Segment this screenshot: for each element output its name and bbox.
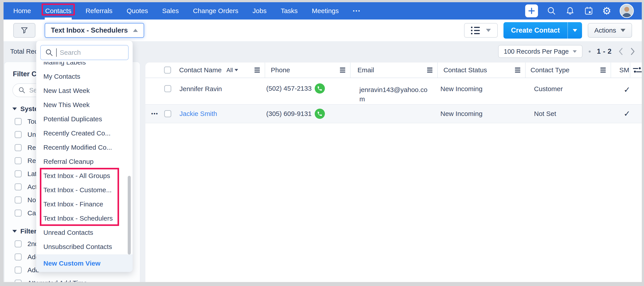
create-contact-button[interactable]: Create Contact (504, 22, 568, 39)
checkbox[interactable] (14, 196, 22, 204)
view-list: Mailing Labels My Contacts New Last Week… (36, 62, 128, 254)
column-header-contact-type[interactable]: Contact Type (526, 63, 611, 78)
new-custom-view-link[interactable]: New Custom View (44, 260, 100, 267)
name-filter-dropdown[interactable]: All (226, 67, 238, 74)
column-menu-icon[interactable] (254, 68, 260, 72)
select-all-cell (164, 63, 177, 78)
nav-item-contacts[interactable]: Contacts (45, 7, 71, 15)
view-option[interactable]: New Last Week (36, 84, 128, 98)
checkbox[interactable] (14, 266, 22, 273)
row-checkbox[interactable] (164, 110, 171, 117)
view-search-input[interactable] (60, 49, 126, 56)
spacer-cell (635, 78, 642, 104)
actions-button[interactable]: Actions (588, 23, 632, 38)
checkbox[interactable] (14, 253, 22, 260)
view-option[interactable]: New This Week (36, 98, 128, 112)
record-range-label: 1 - 2 (597, 47, 612, 55)
search-icon (45, 49, 53, 57)
view-option[interactable]: Potential Duplicates (36, 112, 128, 126)
next-page-button[interactable] (630, 47, 636, 56)
select-all-checkbox[interactable] (164, 67, 171, 74)
nav-item-referrals[interactable]: Referrals (86, 7, 112, 15)
view-option[interactable]: Unsubscribed Contacts (36, 240, 128, 254)
row-menu-gutter (146, 63, 164, 78)
collapse-arrow-icon (12, 230, 17, 233)
column-menu-icon[interactable] (427, 68, 432, 72)
calendar-icon (584, 6, 594, 16)
chevron-down-icon (620, 29, 626, 32)
calendar-button[interactable] (584, 6, 594, 16)
table-row[interactable]: Jennifer Ravin (502) 457-2133 jenravin14… (146, 78, 642, 105)
view-option[interactable]: Text Inbox - Finance (36, 197, 128, 211)
phone-number: (502) 457-2133 (266, 85, 312, 92)
phone-cell: (305) 609-9131 (266, 105, 352, 123)
contacts-table: Contact Name All Phone Email Contact Sta… (146, 63, 642, 282)
column-header-contact-status[interactable]: Contact Status (438, 63, 526, 78)
nav-item-sales[interactable]: Sales (162, 7, 179, 15)
list-view-selector[interactable] (464, 23, 498, 38)
call-button[interactable] (315, 83, 325, 94)
view-option[interactable]: Text Inbox - All Groups (36, 169, 128, 183)
view-option[interactable]: Referral Cleanup (36, 155, 128, 169)
filter-icon (20, 26, 28, 34)
quick-create-button[interactable] (525, 5, 538, 17)
create-contact-menu-button[interactable] (568, 22, 582, 39)
contact-name-cell: Jackie Smith (178, 105, 266, 123)
column-header-phone[interactable]: Phone (265, 63, 350, 78)
spacer-cell (635, 105, 642, 123)
contact-type-cell: Not Set (529, 105, 616, 123)
nav-item-meetings[interactable]: Meetings (312, 7, 339, 15)
view-option[interactable]: Unread Contacts (36, 225, 128, 240)
checkbox[interactable] (14, 144, 22, 151)
checkbox[interactable] (14, 118, 22, 125)
column-label: Contact Name (179, 66, 222, 74)
settings-button[interactable]: ⚙ (602, 6, 611, 16)
call-button[interactable] (315, 109, 325, 119)
column-menu-icon[interactable] (515, 68, 520, 72)
column-menu-icon[interactable] (600, 68, 606, 72)
view-option[interactable]: Text Inbox - Schedulers (36, 211, 128, 225)
column-header-sms[interactable]: SM (611, 63, 630, 78)
manage-columns-icon[interactable] (633, 67, 642, 73)
table-row[interactable]: ••• Jackie Smith (305) 609-9131 New Inco… (146, 105, 642, 123)
checkbox[interactable] (14, 240, 22, 247)
records-per-page-dropdown[interactable]: 100 Records Per Page (498, 45, 582, 58)
nav-item-change-orders[interactable]: Change Orders (193, 7, 238, 15)
nav-more-button[interactable]: ••• (353, 9, 361, 14)
nav-item-quotes[interactable]: Quotes (126, 7, 148, 15)
row-menu-button[interactable]: ••• (151, 111, 158, 117)
previous-page-button[interactable] (618, 47, 624, 56)
checkbox[interactable] (14, 279, 22, 282)
nav-item-home[interactable]: Home (13, 7, 31, 15)
list-view-icon (471, 27, 480, 34)
notifications-button[interactable] (565, 6, 575, 16)
row-checkbox[interactable] (164, 85, 171, 92)
phone-cell: (502) 457-2133 (266, 78, 352, 104)
view-option[interactable]: Recently Modified Co... (36, 140, 128, 155)
checkbox[interactable] (14, 210, 22, 217)
column-header-email[interactable]: Email (350, 63, 438, 78)
checkbox[interactable] (14, 170, 22, 177)
contact-name[interactable]: Jennifer Ravin (180, 85, 222, 93)
view-option[interactable]: My Contacts (36, 69, 128, 84)
checkbox[interactable] (14, 157, 22, 164)
checkbox[interactable] (14, 131, 22, 138)
user-avatar[interactable] (620, 4, 634, 18)
filter-button[interactable] (13, 23, 36, 38)
nav-item-tasks[interactable]: Tasks (280, 7, 298, 15)
column-menu-icon[interactable] (340, 68, 345, 72)
column-label: Email (358, 66, 374, 74)
contact-type-cell: Customer (529, 78, 616, 104)
checkbox[interactable] (14, 183, 22, 190)
check-icon: ✓ (624, 109, 630, 118)
nav-item-jobs[interactable]: Jobs (252, 7, 266, 15)
view-option[interactable]: Recently Created Co... (36, 126, 128, 140)
view-option[interactable]: Mailing Labels (36, 62, 128, 69)
search-button[interactable] (546, 6, 556, 16)
view-option[interactable]: Text Inbox - Custome... (36, 183, 128, 197)
view-selector-dropdown[interactable]: Text Inbox - Schedulers (45, 23, 144, 38)
column-header-contact-name[interactable]: Contact Name All (178, 63, 265, 78)
dropdown-scrollbar[interactable] (128, 176, 131, 254)
contact-name-link[interactable]: Jackie Smith (180, 110, 217, 117)
check-icon: ✓ (624, 85, 630, 94)
